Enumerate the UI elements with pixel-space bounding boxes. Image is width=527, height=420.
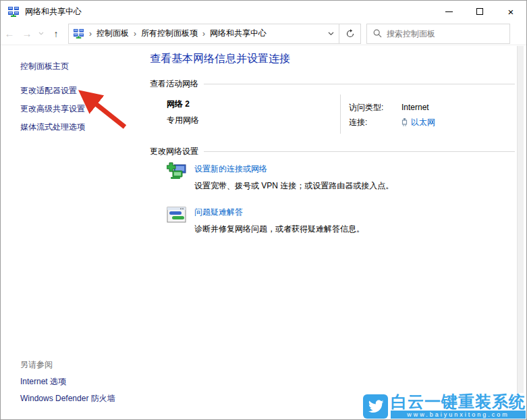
refresh-button[interactable]: [339, 24, 360, 43]
search-box: [366, 24, 510, 44]
page-title: 查看基本网络信息并设置连接: [150, 52, 290, 66]
minimize-icon: [445, 11, 453, 12]
network-details: 访问类型: Internet 连接:: [349, 100, 435, 130]
watermark-bird-icon: [363, 394, 388, 419]
address-dropdown-chevron-icon[interactable]: [323, 24, 339, 43]
up-button[interactable]: ↑: [47, 24, 65, 44]
troubleshoot-icon: [167, 205, 187, 226]
maximize-button[interactable]: [464, 1, 495, 22]
close-button[interactable]: ×: [495, 1, 526, 22]
see-also-windows-defender-firewall[interactable]: Windows Defender 防火墙: [20, 393, 115, 404]
troubleshoot-link[interactable]: 问题疑难解答: [194, 207, 243, 218]
vertical-scrollbar[interactable]: [517, 46, 524, 419]
new-connection-icon: [167, 162, 187, 182]
forward-button[interactable]: →: [18, 24, 36, 44]
titlebar: 网络和共享中心 ×: [1, 1, 526, 22]
watermark: 白云一键重装系统 www.baiyunxitong.com: [361, 393, 526, 419]
access-type-value: Internet: [401, 103, 429, 112]
active-networks-section-header: 查看活动网络: [150, 78, 515, 90]
connections-row: 连接: 以太网: [349, 115, 435, 130]
setup-connection-desc: 设置宽带、拨号或 VPN 连接；或设置路由器或接入点。: [194, 180, 393, 192]
setup-connection-link[interactable]: 设置新的连接或网络: [194, 163, 267, 175]
active-networks-section-title: 查看活动网络: [150, 78, 198, 90]
sidebar-item-media-streaming-options[interactable]: 媒体流式处理选项: [20, 122, 85, 133]
maximize-icon: [476, 8, 483, 15]
network-type: 专用网络: [167, 115, 199, 126]
address-bar[interactable]: › 控制面板 › 所有控制面板项 › 网络和共享中心: [68, 24, 361, 44]
toolbar: ← → ↑ › 控制面板 › 所有控制面板项 › 网络和共享中心: [1, 22, 526, 45]
active-network-summary: 网络 2 专用网络: [167, 99, 199, 126]
ethernet-icon: [401, 117, 408, 127]
see-also-title: 另请参阅: [20, 359, 53, 371]
ethernet-link[interactable]: 以太网: [411, 117, 435, 128]
access-type-label: 访问类型:: [349, 102, 401, 113]
section-divider: [204, 151, 515, 152]
section-divider: [204, 84, 515, 84]
close-icon: ×: [508, 7, 514, 17]
setup-connection-item: 设置新的连接或网络 设置宽带、拨号或 VPN 连接；或设置路由器或接入点。: [167, 162, 393, 192]
watermark-text: 白云一键重装系统: [391, 393, 526, 410]
access-type-row: 访问类型: Internet: [349, 100, 435, 115]
network-columns-divider: [340, 95, 341, 134]
see-also-internet-options[interactable]: Internet 选项: [20, 376, 66, 388]
search-icon: [373, 29, 382, 38]
change-settings-section-header: 更改网络设置: [150, 146, 515, 157]
troubleshoot-desc: 诊断并修复网络问题，或者获得疑难解答信息。: [194, 224, 364, 235]
minimize-button[interactable]: [433, 1, 464, 22]
watermark-url: www.baiyunxitong.com: [391, 411, 526, 419]
location-network-icon: [73, 28, 84, 38]
network-center-icon: [7, 6, 20, 17]
breadcrumb-network-sharing[interactable]: 网络和共享中心: [206, 24, 271, 43]
breadcrumb-control-panel[interactable]: 控制面板: [92, 24, 133, 43]
sidebar-item-change-adapter-settings[interactable]: 更改适配器设置: [20, 85, 77, 97]
content-area: 控制面板主页 更改适配器设置 更改高级共享设置 媒体流式处理选项 查看基本网络信…: [1, 46, 526, 419]
network-name: 网络 2: [167, 99, 199, 110]
sidebar-item-advanced-sharing-settings[interactable]: 更改高级共享设置: [20, 103, 85, 115]
refresh-icon: [345, 29, 355, 38]
breadcrumb-all-items[interactable]: 所有控制面板项: [137, 24, 202, 43]
network-sharing-center-window: 网络和共享中心 × ← → ↑ › 控制面板 › 所有控制面板项 › 网络和共享…: [0, 0, 527, 420]
window-title: 网络和共享中心: [25, 6, 82, 18]
troubleshoot-item: 问题疑难解答 诊断并修复网络问题，或者获得疑难解答信息。: [167, 205, 364, 235]
sidebar-item-control-panel-home[interactable]: 控制面板主页: [20, 61, 69, 72]
back-button[interactable]: ←: [1, 24, 18, 44]
search-input[interactable]: [387, 29, 509, 38]
connections-label: 连接:: [349, 117, 401, 128]
change-settings-section-title: 更改网络设置: [150, 146, 198, 157]
history-chevron-icon[interactable]: [36, 24, 47, 44]
